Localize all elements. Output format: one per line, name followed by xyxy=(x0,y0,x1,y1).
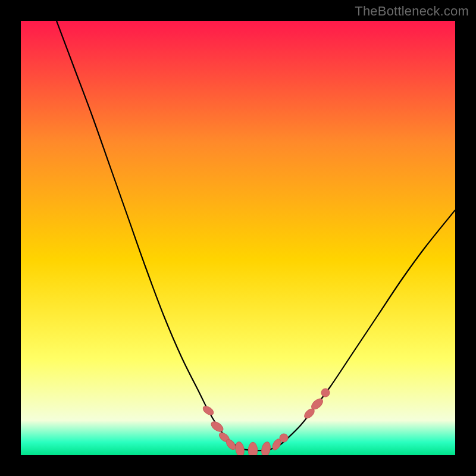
outer-frame: TheBottleneck.com xyxy=(0,0,476,476)
curve-marker xyxy=(321,389,330,397)
watermark-text: TheBottleneck.com xyxy=(355,4,469,19)
gradient-bg xyxy=(21,21,455,455)
plot-area xyxy=(21,21,455,455)
plot-svg xyxy=(21,21,455,455)
curve-marker xyxy=(280,434,288,442)
curve-marker xyxy=(248,442,257,455)
